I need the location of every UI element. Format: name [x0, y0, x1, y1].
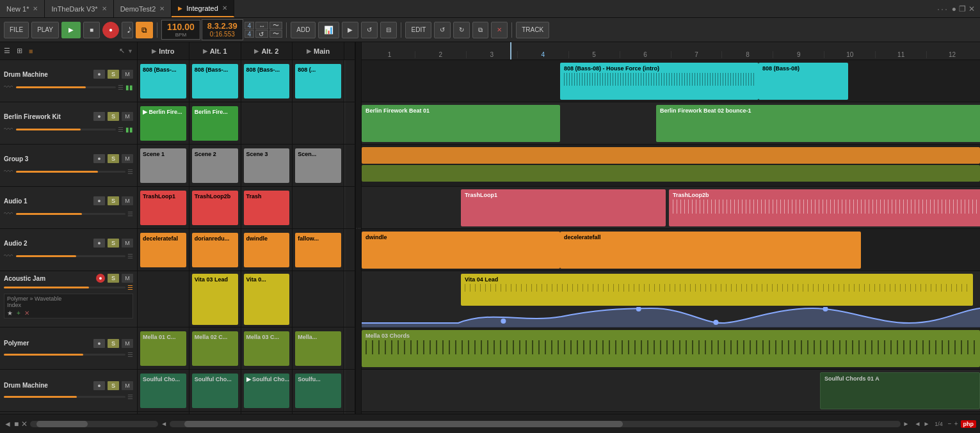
time-sig-num[interactable]: 4 [245, 22, 255, 29]
track-rec-acoustic[interactable]: ● [96, 274, 105, 283]
scene-cell-group3-alt1[interactable]: Scene 2 [189, 145, 241, 186]
tempo-display[interactable]: 110.00 [167, 22, 195, 33]
track-vol-group3[interactable] [16, 171, 125, 173]
scroll-right-btn[interactable]: ► [903, 420, 910, 427]
track-solo-acoustic[interactable]: S [108, 274, 119, 283]
arr-clip-808-2[interactable]: 808 (Bass-08) [759, 63, 848, 100]
arranger-scrollbar[interactable] [170, 421, 901, 427]
scene-cell-acoustic-alt1[interactable]: Vita 03 Lead [189, 271, 241, 327]
transport-btn-2[interactable]: ↺ [255, 30, 268, 38]
scene-cell-berlin-alt2[interactable] [241, 102, 293, 144]
tab-inthedark[interactable]: InTheDark V3* ✕ [45, 0, 113, 17]
clip-drum2-alt1[interactable]: Soulful Cho... [192, 374, 238, 408]
scene-cell-group3-intro[interactable]: Scene 1 [138, 145, 189, 186]
scene-cell-drum2-main[interactable]: Soulfu... [293, 370, 344, 411]
clip-audio2-alt2[interactable]: dwindle [244, 233, 290, 267]
arr-clip-berlin-2[interactable]: Berlin Firework Beat 02 bounce-1 [656, 105, 980, 142]
loop-start-btn[interactable]: ◄ [4, 420, 12, 429]
scene-cell-polymer-main[interactable]: Mella... [293, 327, 344, 369]
track-settings-acoustic[interactable]: ☰ [127, 284, 133, 291]
play2-button[interactable]: ▶ [342, 22, 358, 38]
track-m-acoustic[interactable]: M [122, 274, 133, 283]
tab-new1[interactable]: New 1* ✕ [0, 0, 45, 17]
scene-cell-berlin-intro[interactable]: ▶ Berlin Fire... [138, 102, 189, 144]
scene-cell-polymer-intro[interactable]: Mella 01 C... [138, 327, 189, 369]
clip-audio1-intro[interactable]: TrashLoop1 [140, 191, 186, 225]
something-button[interactable]: ⊟ [380, 22, 397, 38]
clip-group3-main[interactable]: Scen... [295, 148, 341, 183]
arr-clip-soulful[interactable]: Soulful Chords 01 A [820, 372, 980, 409]
record-button[interactable]: ● [102, 22, 119, 38]
track-solo-group3[interactable]: S [108, 154, 119, 163]
clip-audio1-alt1[interactable]: TrashLoop2b [192, 191, 238, 225]
edit-button[interactable]: EDIT [405, 22, 431, 38]
scene-cell-audio2-intro[interactable]: deceleratefal [138, 229, 189, 271]
play-label-button[interactable]: PLAY [31, 22, 59, 38]
arr-clip-vita[interactable]: Vita 04 Lead [461, 274, 973, 306]
track-solo-drum2[interactable]: S [108, 381, 119, 390]
scene-cell-audio1-main[interactable] [293, 187, 344, 228]
clip-audio1-alt2[interactable]: Trash [244, 191, 290, 225]
scene-cell-berlin-main[interactable] [293, 102, 344, 144]
time-sig-den[interactable]: 4 [245, 30, 255, 38]
prev-page-btn[interactable]: ◄ [914, 420, 920, 427]
track-m-audio1[interactable]: M [122, 196, 133, 205]
maximize-button[interactable]: ❐ [959, 4, 966, 13]
arr-clip-808-intro[interactable]: 808 (Bass-08) - House Force (intro) [560, 63, 759, 100]
clip-launch-button[interactable]: ⧉ [136, 22, 153, 38]
scene-cell-audio1-alt1[interactable]: TrashLoop2b [189, 187, 241, 228]
track-vol-berlin[interactable] [16, 129, 116, 130]
track-settings-group3[interactable]: ☰ [127, 168, 133, 175]
zoom-out-btn[interactable]: − [948, 420, 952, 427]
next-page-btn[interactable]: ► [923, 420, 929, 427]
clip-drum-main[interactable]: 808 (... [295, 64, 341, 98]
scene-col-alt2[interactable]: ▶ Alt. 2 [241, 42, 293, 60]
arr-clip-trash2[interactable]: TrashLoop2b [669, 189, 980, 226]
minimize-button[interactable]: ● [952, 4, 956, 13]
track-vol-drum[interactable] [16, 86, 116, 88]
clip-drum-alt1[interactable]: 808 (Bass-... [192, 64, 238, 98]
clip-polymer-alt2[interactable]: Mella 03 C... [244, 331, 290, 366]
scene-cell-polymer-alt2[interactable]: Mella 03 C... [241, 327, 293, 369]
clip-group3-intro[interactable]: Scene 1 [140, 148, 186, 183]
track-m-drum[interactable]: M [122, 70, 133, 79]
scene-cell-drum-alt2[interactable]: 808 (Bass-... [241, 60, 293, 102]
scene-cell-audio1-alt2[interactable]: Trash [241, 187, 293, 228]
clip-polymer-main[interactable]: Mella... [295, 331, 341, 366]
track-mute-polymer[interactable]: ● [93, 339, 105, 348]
track-vol-polymer[interactable] [4, 354, 125, 356]
track-m-audio2[interactable]: M [122, 239, 133, 248]
track-solo-polymer[interactable]: S [108, 339, 119, 348]
loop-icon[interactable]: ✕ [21, 420, 28, 429]
track-mute-berlin[interactable]: ● [93, 112, 105, 121]
track-button[interactable]: TRACK [516, 22, 549, 38]
scene-cell-drum2-alt2[interactable]: ▶ Soulful Cho... [241, 370, 293, 411]
track-mute-drum[interactable]: ● [93, 70, 105, 79]
copy-button[interactable]: ⧉ [472, 22, 488, 38]
arr-clip-group3-olive[interactable] [362, 165, 980, 182]
track-list-menu[interactable]: ☰ [4, 47, 10, 55]
delete-button[interactable]: ✕ [491, 22, 508, 38]
scene-cell-polymer-alt1[interactable]: Mella 02 C... [189, 327, 241, 369]
track-mute-group3[interactable]: ● [93, 154, 105, 163]
file-button[interactable]: FILE [4, 22, 29, 38]
track-mute-drum2[interactable]: ● [93, 381, 105, 390]
transport-btn-4[interactable]: 〜 [269, 30, 282, 38]
track-vol-audio1[interactable] [16, 213, 125, 215]
clip-drum-alt2[interactable]: 808 (Bass-... [244, 64, 290, 98]
track-mute-audio2[interactable]: ● [93, 239, 105, 248]
scene-cell-audio5-intro[interactable]: Vocal A [138, 412, 189, 414]
close-button[interactable]: ✕ [968, 4, 975, 13]
metronome-button[interactable]: 𝅘𝅥𝅮 [122, 22, 133, 38]
clip-group3-alt2[interactable]: Scene 3 [244, 148, 290, 183]
clip-audio2-intro[interactable]: deceleratefal [140, 233, 186, 267]
scene-cell-drum-alt1[interactable]: 808 (Bass-... [189, 60, 241, 102]
clip-group3-alt1[interactable]: Scene 2 [192, 148, 238, 183]
scene-cell-acoustic-alt2[interactable]: Vita 0... [241, 271, 293, 327]
tab-integrated[interactable]: ▶ Integrated ✕ [172, 0, 234, 17]
track-solo-audio1[interactable]: S [108, 196, 119, 205]
track-solo-drum[interactable]: S [108, 70, 119, 79]
scene-cell-audio2-alt1[interactable]: dorianredu... [189, 229, 241, 271]
clip-polymer-intro[interactable]: Mella 01 C... [140, 331, 186, 366]
tab-inthedark-close[interactable]: ✕ [102, 5, 107, 12]
